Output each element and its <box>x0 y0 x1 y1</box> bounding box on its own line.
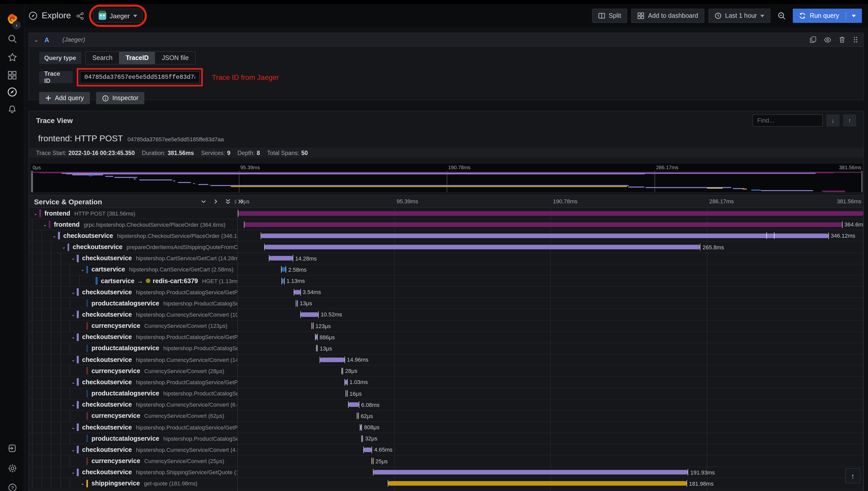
span-bar[interactable]: 25μs <box>372 459 373 463</box>
span-row[interactable]: ⌄frontendgrpc.hipstershop.CheckoutServic… <box>29 219 863 230</box>
query-type-tab-json-file[interactable]: JSON file <box>155 52 196 64</box>
span-timeline-cell[interactable]: 181.98ms <box>238 478 863 489</box>
span-row[interactable]: productcatalogservicehipstershop.Product… <box>29 343 863 354</box>
span-bar[interactable]: 32μs <box>362 436 363 441</box>
span-timeline-cell[interactable]: 13μs <box>238 298 863 309</box>
span-bar[interactable]: 123μs <box>312 323 313 328</box>
span-timeline-cell[interactable]: 32μs <box>238 433 863 444</box>
span-bar[interactable]: 14.28ms <box>269 256 293 260</box>
span-expand-chevron-icon[interactable]: ⌄ <box>70 335 77 340</box>
duplicate-query-icon[interactable] <box>810 36 817 43</box>
span-expand-chevron-icon[interactable]: ⌄ <box>70 289 77 294</box>
datasource-picker[interactable]: Jaeger <box>93 9 143 23</box>
sign-in-icon[interactable] <box>5 441 19 455</box>
span-expand-chevron-icon[interactable]: ⌄ <box>70 312 77 317</box>
find-input[interactable] <box>753 114 823 126</box>
span-timeline-cell[interactable]: 10.52ms <box>238 309 863 320</box>
span-row[interactable]: currencyserviceCurrencyService/Convert (… <box>29 456 863 467</box>
span-row[interactable]: ⌄checkoutservicehipstershop.ShippingServ… <box>29 467 863 478</box>
span-bar[interactable]: 14.96ms <box>320 357 344 362</box>
alerting-bell-icon[interactable] <box>5 102 19 116</box>
find-next-button[interactable]: ↓ <box>826 114 840 126</box>
span-expand-chevron-icon[interactable]: ⌄ <box>41 222 49 227</box>
span-timeline-cell[interactable]: 25μs <box>238 456 863 466</box>
dashboards-icon[interactable] <box>5 68 19 82</box>
collapse-all-icon[interactable] <box>225 198 231 205</box>
span-bar[interactable]: 1.13ms <box>282 279 284 283</box>
minimap-left-handle[interactable] <box>31 171 33 192</box>
run-query-button[interactable]: Run query <box>793 9 862 23</box>
span-bar[interactable]: 28μs <box>342 369 342 373</box>
span-timeline-cell[interactable]: 123μs <box>238 320 863 331</box>
span-timeline-cell[interactable]: 346.12ms <box>238 231 863 241</box>
column-resize-handle[interactable]: ‖ <box>234 199 237 205</box>
span-expand-chevron-icon[interactable]: ⌄ <box>70 380 77 385</box>
span-bar[interactable]: 16μs <box>346 391 347 396</box>
span-expand-chevron-icon[interactable]: ⌄ <box>51 233 58 238</box>
span-bar[interactable]: 808μs <box>360 425 362 430</box>
span-timeline-cell[interactable]: 2.58ms <box>238 264 863 275</box>
delete-query-trash-icon[interactable] <box>839 36 846 43</box>
span-expand-chevron-icon[interactable]: ⌄ <box>70 256 77 261</box>
starred-icon[interactable] <box>5 50 19 64</box>
span-bar[interactable]: 265.8ms <box>265 245 700 249</box>
span-row[interactable]: ⌄checkoutservicehipstershop.CurrencyServ… <box>29 354 863 366</box>
span-expand-chevron-icon[interactable]: ⌄ <box>70 402 77 407</box>
span-expand-chevron-icon[interactable]: ⌄ <box>70 357 77 362</box>
span-bar[interactable]: 13μs <box>297 301 297 306</box>
query-type-tab-search[interactable]: Search <box>86 52 119 64</box>
span-row[interactable]: ⌄checkoutservicehipstershop.ProductCatal… <box>29 287 863 298</box>
span-bar[interactable]: 10.52ms <box>301 312 318 317</box>
span-timeline-cell[interactable]: 62μs <box>238 411 863 422</box>
collapse-one-icon[interactable] <box>201 199 206 204</box>
minimap-right-handle[interactable] <box>861 171 862 192</box>
span-row[interactable]: ⌄checkoutserviceprepareOrderItemsAndShip… <box>29 242 863 253</box>
span-timeline-cell[interactable]: 28μs <box>238 366 863 376</box>
split-button[interactable]: Split <box>592 9 627 23</box>
span-expand-chevron-icon[interactable]: ⌄ <box>32 211 39 216</box>
search-icon[interactable] <box>5 31 19 46</box>
span-row[interactable]: ⌄checkoutservicehipstershop.CurrencyServ… <box>29 444 863 456</box>
span-row[interactable]: ⌄shippingserviceget-quote (181.98ms)181.… <box>29 478 863 489</box>
span-timeline-cell[interactable]: 14.96ms <box>238 354 863 365</box>
help-icon[interactable]: ? <box>5 480 19 491</box>
span-row[interactable]: ⌄frontendHTTP POST (381.56ms) <box>29 208 863 219</box>
span-expand-chevron-icon[interactable]: ⌄ <box>70 447 77 452</box>
explore-icon[interactable] <box>5 85 19 99</box>
span-expand-chevron-icon[interactable]: ⌄ <box>79 481 86 486</box>
span-timeline-cell[interactable]: 1.03ms <box>238 377 863 387</box>
sidebar-expand-button[interactable]: › <box>12 21 21 29</box>
span-bar[interactable]: 181.98ms <box>388 481 686 486</box>
span-bar[interactable]: 346.12ms <box>261 234 828 238</box>
span-expand-chevron-icon[interactable]: ⌄ <box>70 425 77 430</box>
span-bar[interactable]: 191.93ms <box>373 470 688 474</box>
span-bar[interactable]: 364.6ms <box>245 222 842 227</box>
span-row[interactable]: currencyserviceCurrencyService/Convert (… <box>29 411 863 422</box>
inspector-button[interactable]: Inspector <box>96 92 145 104</box>
span-bar[interactable]: 62μs <box>358 414 358 418</box>
span-timeline-cell[interactable]: 16μs <box>238 388 863 399</box>
span-row[interactable]: productcatalogservicehipstershop.Product… <box>29 298 863 309</box>
span-row[interactable]: ⌄cartservicehipstershop.CartService/GetC… <box>29 264 863 276</box>
span-row[interactable]: productcatalogservicehipstershop.Product… <box>29 433 863 444</box>
span-expand-chevron-icon[interactable]: ⌄ <box>60 244 67 250</box>
span-timeline-cell[interactable]: 886μs <box>238 331 863 342</box>
span-timeline-cell[interactable]: 191.93ms <box>238 467 863 478</box>
settings-gear-icon[interactable] <box>5 461 19 475</box>
span-timeline-cell[interactable]: 6.08ms <box>238 399 863 410</box>
span-row[interactable]: productcatalogservicehipstershop.Product… <box>29 388 863 399</box>
span-expand-chevron-icon[interactable]: ⌄ <box>70 470 77 475</box>
span-bar[interactable]: 2.58ms <box>281 267 286 272</box>
scroll-to-top-button[interactable]: ↑ <box>845 468 860 483</box>
span-row[interactable]: ⌄checkoutservicehipstershop.CartService/… <box>29 253 863 264</box>
drag-handle-icon[interactable] <box>853 36 858 43</box>
span-bar[interactable]: 1.03ms <box>345 380 347 384</box>
find-prev-button[interactable]: ↑ <box>843 114 856 126</box>
share-icon[interactable] <box>76 12 84 20</box>
span-timeline-cell[interactable]: 265.8ms <box>238 242 863 252</box>
span-row[interactable]: cartservice→redis-cart:6379HGET (1.13ms)… <box>29 276 863 287</box>
trace-id-input[interactable] <box>80 71 200 83</box>
span-timeline-cell[interactable]: 4.65ms <box>238 444 863 455</box>
zoom-out-time-button[interactable] <box>775 9 789 23</box>
disable-query-eye-icon[interactable] <box>824 36 831 44</box>
